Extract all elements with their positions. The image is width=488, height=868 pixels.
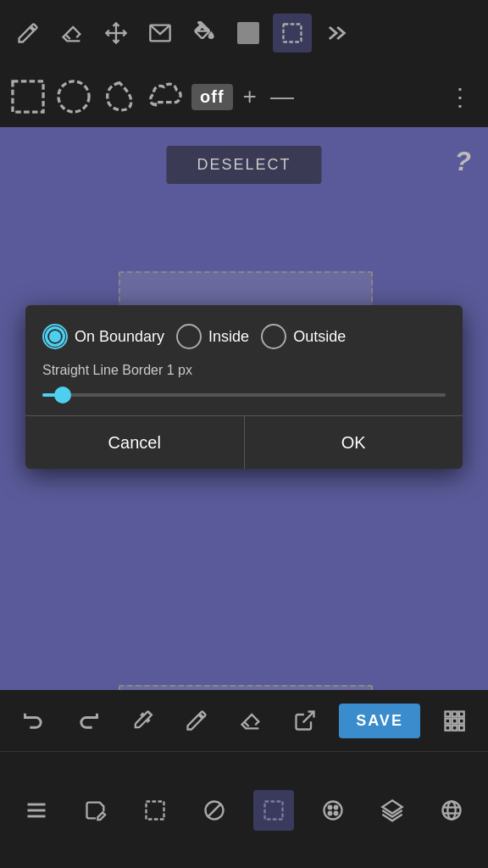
dialog-buttons-row: Cancel OK [25,416,463,469]
cancel-button[interactable]: Cancel [25,416,244,469]
help-button[interactable]: ? [454,146,471,177]
slider-thumb[interactable] [54,387,71,403]
gray-square-tool[interactable] [229,14,268,53]
svg-point-29 [335,812,338,815]
redo-button[interactable] [68,700,108,741]
svg-rect-13 [452,719,458,724]
layers-button[interactable] [372,790,413,831]
add-selection-btn[interactable]: + [240,83,260,110]
svg-line-0 [66,35,70,39]
border-dialog: On Boundary Inside Outside Straight Line… [25,305,463,469]
slider-container [25,387,463,415]
erase-sign-button[interactable] [194,790,235,831]
svg-rect-12 [445,719,450,724]
svg-rect-4 [284,25,302,42]
svg-rect-21 [147,802,164,820]
option-outside[interactable]: Outside [261,324,346,349]
option-inside[interactable]: Inside [176,324,249,349]
svg-rect-15 [445,726,450,731]
canvas-area: DESELECT ? On Boundary Inside Outside [0,127,488,760]
brush-button[interactable] [176,700,217,741]
svg-point-27 [335,806,338,810]
dialog-options-row: On Boundary Inside Outside [25,305,463,358]
svg-rect-11 [459,712,464,717]
radio-outside[interactable] [261,324,286,349]
option-outside-label: Outside [293,328,346,346]
radio-inside[interactable] [176,324,202,349]
option-on-boundary-label: On Boundary [75,328,164,346]
dialog-subtitle: Straight Line Border 1 px [25,358,463,387]
svg-rect-17 [459,726,464,731]
option-inside-label: Inside [208,328,249,346]
svg-point-31 [443,802,461,820]
fill-tool[interactable] [185,14,224,53]
eraser-button[interactable] [230,700,271,741]
filled-rect-button[interactable] [253,790,294,831]
apps-button[interactable] [434,700,474,741]
rect-select-tool[interactable] [8,77,47,116]
undo-button[interactable] [14,700,54,741]
svg-line-23 [208,804,221,817]
top-toolbar [0,0,488,66]
dotted-rect-button[interactable] [135,790,175,831]
svg-rect-5 [13,81,43,112]
svg-line-7 [245,722,249,726]
deselect-button[interactable]: DESELECT [166,146,321,184]
action-toolbar: SAVE [0,690,488,751]
ellipse-select-tool[interactable] [54,77,93,116]
svg-point-32 [447,802,455,820]
second-toolbar: off + — ⋮ [0,66,488,127]
pencil-tool[interactable] [8,14,47,53]
off-badge[interactable]: off [191,84,233,110]
svg-point-26 [329,806,332,810]
svg-rect-16 [452,726,458,731]
slider-track[interactable] [42,393,446,397]
svg-line-8 [303,712,314,723]
svg-point-28 [329,812,332,815]
subtract-selection-btn[interactable]: — [267,83,297,110]
palette-button[interactable] [313,790,353,831]
svg-rect-24 [265,802,283,820]
radio-on-boundary[interactable] [42,324,68,349]
globe-button[interactable] [431,790,472,831]
option-on-boundary[interactable]: On Boundary [42,324,164,349]
svg-rect-10 [452,712,458,717]
menu-button[interactable] [16,790,57,831]
export-button[interactable] [285,700,325,741]
svg-rect-9 [445,712,450,717]
save-button[interactable]: SAVE [339,704,420,738]
eraser-tool[interactable] [53,14,92,53]
eyedropper-button[interactable] [122,700,163,741]
ok-button[interactable]: OK [245,416,463,469]
selection-tool[interactable] [273,14,312,53]
move-tool[interactable] [97,14,136,53]
svg-point-25 [324,802,342,820]
freeform-select-tool[interactable] [146,77,185,116]
lasso-select-tool[interactable] [100,77,139,116]
edit-doc-button[interactable] [75,790,116,831]
svg-point-6 [58,81,89,112]
main-bottom-toolbar [0,751,488,868]
forward-tool[interactable] [317,14,356,53]
more-options-btn[interactable]: ⋮ [441,76,480,118]
svg-rect-14 [459,719,464,724]
envelope-tool[interactable] [141,14,180,53]
